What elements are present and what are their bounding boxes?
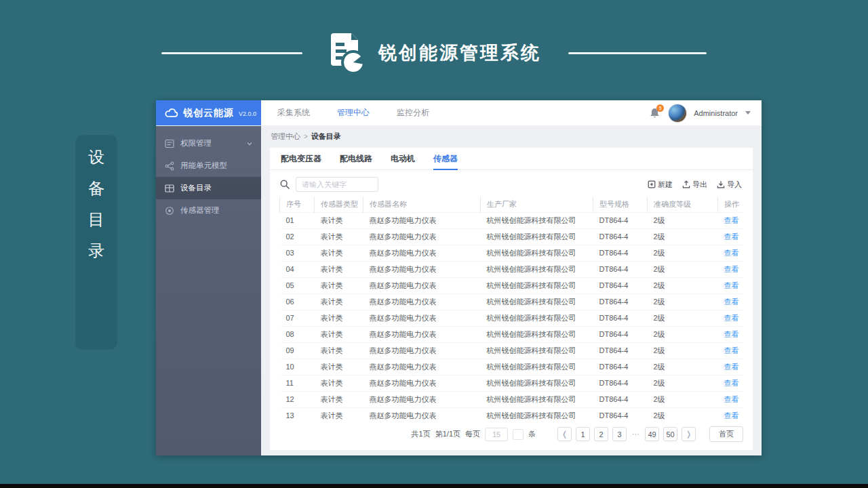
first-page-button[interactable]: 首页 [709,426,743,442]
view-link[interactable]: 查看 [724,265,739,273]
banner-divider-left [161,52,302,54]
page-button-3[interactable]: 3 [612,427,627,441]
nav-item-collection[interactable]: 采集系统 [277,107,310,119]
sidebar-item-device-catalog[interactable]: 设备目录 [156,177,261,199]
cell-sensor-name: 燕赵多功能电力仪表 [363,342,481,359]
cell-model: DT864-4 [593,407,648,424]
cell-seq: 08 [280,326,315,342]
cell-actions: 查看 删除 [718,391,744,407]
cell-actions: 查看 删除 [718,245,744,261]
side-vertical-label: 设 备 目 录 [76,136,117,349]
table-row[interactable]: 02 表计类 燕赵多功能电力仪表 杭州锐创能源科技有限公司 DT864-4 2级… [280,228,744,245]
tab-motor[interactable]: 电动机 [391,148,415,169]
topbar-user-area: 5 Administrator [650,100,762,125]
prev-page-button[interactable]: ❬ [557,427,572,441]
view-link[interactable]: 查看 [724,298,739,306]
top-navigation: 采集系统 管理中心 监控分析 [261,100,429,125]
table-row[interactable]: 13 表计类 燕赵多功能电力仪表 杭州锐创能源科技有限公司 DT864-4 2级… [280,407,744,424]
view-link[interactable]: 查看 [724,363,739,371]
import-button[interactable]: 导入 [717,180,742,190]
tab-sensor[interactable]: 传感器 [433,148,458,169]
app-logo[interactable]: 锐创云能源 V2.0.0 [156,100,261,125]
new-document-icon [648,180,656,188]
user-menu-caret-icon[interactable] [745,111,751,115]
cell-seq: 09 [280,342,315,359]
cell-sensor-name: 燕赵多功能电力仪表 [363,375,481,391]
table-row[interactable]: 09 表计类 燕赵多功能电力仪表 杭州锐创能源科技有限公司 DT864-4 2级… [280,342,744,359]
cell-accuracy: 2级 [648,407,718,424]
cell-sensor-name: 燕赵多功能电力仪表 [363,277,481,293]
cell-manufacturer: 杭州锐创能源科技有限公司 [481,261,593,277]
view-link[interactable]: 查看 [724,281,739,289]
sidebar-item-permissions[interactable]: 权限管理 [156,132,261,155]
per-page-label: 每页 [465,429,480,439]
col-manufacturer: 生产厂家 [481,197,593,212]
user-avatar[interactable] [669,104,686,122]
create-button[interactable]: 新建 [648,180,673,190]
page-button-1[interactable]: 1 [576,427,590,441]
table-row[interactable]: 12 表计类 燕赵多功能电力仪表 杭州锐创能源科技有限公司 DT864-4 2级… [280,391,744,407]
table-body: 01 表计类 燕赵多功能电力仪表 杭州锐创能源科技有限公司 DT864-4 2级… [280,212,744,424]
view-link[interactable]: 查看 [724,216,739,224]
page-button-50[interactable]: 50 [663,427,677,441]
per-page-input[interactable]: 15 [485,428,508,441]
view-link[interactable]: 查看 [724,314,739,322]
app-logo-name: 锐创云能源 [183,107,234,119]
sidebar-item-energy-unit-model[interactable]: 用能单元模型 [156,155,261,177]
cell-actions: 查看 删除 [718,342,744,359]
cell-model: DT864-4 [593,228,648,245]
export-button[interactable]: 导出 [682,180,707,190]
view-link[interactable]: 查看 [724,232,739,241]
table-row[interactable]: 08 表计类 燕赵多功能电力仪表 杭州锐创能源科技有限公司 DT864-4 2级… [280,326,744,342]
cell-actions: 查看 删除 [718,293,744,310]
cell-sensor-type: 表计类 [315,342,363,359]
cell-manufacturer: 杭州锐创能源科技有限公司 [481,310,593,326]
pagination-bar: 共1页 第1/1页 每页 15 条 ❬ 123⋯4950 ❭ 首页 [270,426,753,450]
cell-accuracy: 2级 [648,228,718,245]
view-link[interactable]: 查看 [724,411,739,420]
view-link[interactable]: 查看 [724,249,739,257]
table-row[interactable]: 01 表计类 燕赵多功能电力仪表 杭州锐创能源科技有限公司 DT864-4 2级… [280,212,744,228]
table-row[interactable]: 05 表计类 燕赵多功能电力仪表 杭州锐创能源科技有限公司 DT864-4 2级… [280,277,744,293]
cell-accuracy: 2级 [648,310,718,326]
notification-bell-icon[interactable]: 5 [650,107,661,119]
cell-sensor-type: 表计类 [315,375,363,391]
page-button-49[interactable]: 49 [645,427,659,441]
create-button-label: 新建 [658,180,673,190]
sidebar-item-sensor-management[interactable]: 传感器管理 [156,199,261,222]
content-area: 管理中心 > 设备目录 配电变压器 配电线路 电动机 传感器 [261,126,762,455]
view-link[interactable]: 查看 [724,346,739,354]
table-row[interactable]: 06 表计类 燕赵多功能电力仪表 杭州锐创能源科技有限公司 DT864-4 2级… [280,293,744,310]
breadcrumb-parent[interactable]: 管理中心 [271,131,300,142]
tab-transformer[interactable]: 配电变压器 [281,148,321,169]
cell-sensor-name: 燕赵多功能电力仪表 [363,228,481,245]
sidebar-item-label: 设备目录 [180,183,212,193]
table-row[interactable]: 11 表计类 燕赵多功能电力仪表 杭州锐创能源科技有限公司 DT864-4 2级… [280,375,744,391]
tab-power-line[interactable]: 配电线路 [340,148,372,169]
table-row[interactable]: 03 表计类 燕赵多功能电力仪表 杭州锐创能源科技有限公司 DT864-4 2级… [280,245,744,261]
cell-seq: 02 [280,228,315,245]
per-page-stepper[interactable] [513,429,524,440]
view-link[interactable]: 查看 [724,330,739,338]
cell-model: DT864-4 [593,391,648,407]
next-page-button[interactable]: ❭ [682,427,696,441]
table-row[interactable]: 07 表计类 燕赵多功能电力仪表 杭州锐创能源科技有限公司 DT864-4 2级… [280,310,744,326]
col-accuracy: 准确度等级 [648,197,718,212]
chevron-down-icon [247,141,252,146]
cell-accuracy: 2级 [648,212,718,228]
nav-item-management-center[interactable]: 管理中心 [337,107,370,119]
table-row[interactable]: 04 表计类 燕赵多功能电力仪表 杭州锐创能源科技有限公司 DT864-4 2级… [280,261,744,277]
page-button-2[interactable]: 2 [594,427,608,441]
nav-item-monitoring[interactable]: 监控分析 [397,107,429,119]
view-link[interactable]: 查看 [724,395,739,403]
device-type-tabs: 配电变压器 配电线路 电动机 传感器 [270,148,753,170]
search-icon [279,179,290,190]
view-link[interactable]: 查看 [724,379,739,387]
cell-accuracy: 2级 [648,375,718,391]
table-row[interactable]: 10 表计类 燕赵多功能电力仪表 杭州锐创能源科技有限公司 DT864-4 2级… [280,359,744,375]
toolbar-actions: 新建 导出 [648,180,742,190]
col-actions: 操作 [718,197,744,212]
search-input[interactable] [296,177,378,192]
cell-manufacturer: 杭州锐创能源科技有限公司 [481,375,593,391]
pagination-summary: 共1页 第1/1页 每页 15 条 [412,428,536,441]
